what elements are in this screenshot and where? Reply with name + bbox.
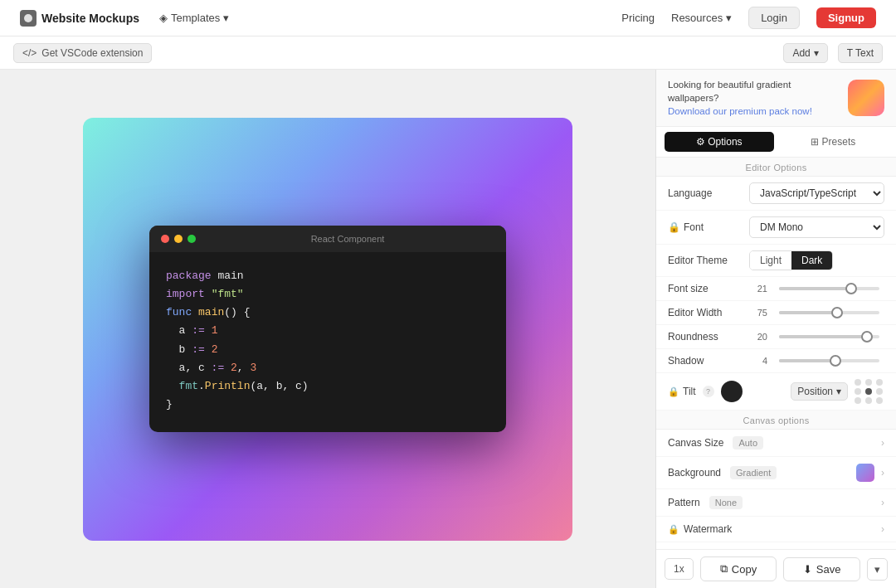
font-select[interactable]: DM Mono <box>749 216 884 238</box>
add-chevron-icon: ▾ <box>814 47 819 59</box>
background-badge: Gradient <box>730 466 777 479</box>
signup-button[interactable]: Signup <box>816 7 876 28</box>
pattern-badge: None <box>709 496 743 509</box>
code-body: package main import "fmt" func main() { … <box>149 252 506 432</box>
language-value: JavaScript/TypeScript <box>749 182 884 204</box>
right-panel: Looking for beautiful gradient wallpaper… <box>655 70 896 588</box>
window-maximize-dot <box>187 235 196 243</box>
position-chevron-icon: ▾ <box>836 386 841 397</box>
editor-theme-label: Editor Theme <box>668 255 743 266</box>
editor-width-label: Editor Width <box>668 307 743 318</box>
templates-chevron-icon: ▾ <box>223 12 229 24</box>
font-size-label: Font size <box>668 283 743 294</box>
shadow-label: Shadow <box>668 355 743 367</box>
position-grid <box>855 379 884 404</box>
language-option-row: Language JavaScript/TypeScript <box>656 177 896 211</box>
roundness-label: Roundness <box>668 331 743 343</box>
editor-theme-value: Light Dark <box>749 250 884 270</box>
code-icon: </> <box>22 47 37 59</box>
watermark-row[interactable]: 🔒 Watermark › <box>656 517 896 542</box>
nav-pricing[interactable]: Pricing <box>621 12 655 24</box>
save-button[interactable]: ⬇ Save <box>783 557 860 581</box>
text-button[interactable]: T Text <box>838 43 883 63</box>
nav-templates-label: Templates <box>171 12 220 24</box>
pos-dot-br <box>876 397 883 404</box>
theme-toggle: Light Dark <box>749 250 833 270</box>
bottom-bar: 1x ⧉ Copy ⬇ Save ▾ <box>656 549 896 588</box>
tab-presets[interactable]: ⊞ Presets <box>779 132 889 152</box>
vscode-label: Get VSCode extension <box>41 47 143 59</box>
login-button[interactable]: Login <box>748 7 800 29</box>
vscode-extension-button[interactable]: </> Get VSCode extension <box>13 43 152 63</box>
background-label: Background Gradient <box>668 466 856 479</box>
ad-icon <box>848 80 884 116</box>
canvas-size-badge: Auto <box>733 436 763 450</box>
background-preview <box>856 464 874 482</box>
position-label: Position <box>797 386 833 397</box>
ad-link[interactable]: Download our premium pack now! <box>668 106 812 116</box>
font-option-row: 🔒 Font DM Mono <box>656 211 896 245</box>
options-icon: ⚙ <box>696 136 705 148</box>
toolbar: </> Get VSCode extension Add ▾ T Text <box>0 36 896 70</box>
font-value: DM Mono <box>749 216 884 238</box>
panel-tabs: ⚙ Options ⊞ Presets <box>656 127 896 158</box>
window-title: React Component <box>201 234 494 244</box>
canvas-size-chevron-icon: › <box>881 437 884 449</box>
ad-banner: Looking for beautiful gradient wallpaper… <box>656 70 896 127</box>
font-size-slider[interactable] <box>779 287 879 290</box>
shadow-slider[interactable] <box>779 359 879 362</box>
nav-templates[interactable]: ◈ Templates ▾ <box>159 12 229 24</box>
pos-dot-ml <box>855 388 861 395</box>
language-select[interactable]: JavaScript/TypeScript <box>749 182 884 204</box>
theme-dark-button[interactable]: Dark <box>791 251 832 270</box>
code-line-5: b := 2 <box>166 341 489 359</box>
lock-icon: 🔒 <box>668 386 679 397</box>
add-label: Add <box>792 47 810 59</box>
code-window: React Component package main import "fmt… <box>149 226 506 432</box>
text-label: T Text <box>847 47 874 59</box>
scale-button[interactable]: 1x <box>665 558 694 580</box>
resources-chevron-icon: ▾ <box>726 12 732 24</box>
navbar: Website Mockups ◈ Templates ▾ Pricing Re… <box>0 0 896 36</box>
pos-dot-tc <box>865 379 872 386</box>
font-size-row: Font size 21 <box>656 277 896 301</box>
ad-text: Looking for beautiful gradient wallpaper… <box>668 78 840 118</box>
tilt-circle <box>721 381 743 402</box>
code-line-3: func main() { <box>166 304 489 322</box>
roundness-value: 20 <box>749 332 767 342</box>
nav-logo-text: Website Mockups <box>41 12 139 25</box>
save-icon: ⬇ <box>803 563 812 576</box>
language-label: Language <box>668 187 743 199</box>
editor-theme-row: Editor Theme Light Dark <box>656 245 896 277</box>
tilt-help-icon[interactable]: ? <box>703 386 714 397</box>
editor-width-slider[interactable] <box>779 311 879 314</box>
font-icon: 🔒 <box>668 221 680 233</box>
editor-width-row: Editor Width 75 <box>656 301 896 325</box>
add-button[interactable]: Add ▾ <box>783 43 827 63</box>
pos-dot-mc <box>865 388 872 395</box>
more-button[interactable]: ▾ <box>867 558 888 581</box>
copy-label: Copy <box>732 563 757 576</box>
position-button[interactable]: Position ▾ <box>791 382 848 401</box>
pos-dot-bc <box>865 397 872 404</box>
pattern-row[interactable]: Pattern None › <box>656 489 896 517</box>
pos-dot-tr <box>876 379 883 386</box>
tab-options[interactable]: ⚙ Options <box>665 132 774 152</box>
font-label: 🔒 Font <box>668 221 743 233</box>
pattern-label: Pattern None <box>668 496 881 509</box>
code-line-1: package main <box>166 267 489 285</box>
roundness-slider[interactable] <box>779 335 879 338</box>
nav-resources[interactable]: Resources ▾ <box>671 12 732 24</box>
nav-logo[interactable]: Website Mockups <box>20 10 139 27</box>
canvas-size-row[interactable]: Canvas Size Auto › <box>656 430 896 457</box>
tilt-label: 🔒 Tilt <box>668 386 696 397</box>
theme-light-button[interactable]: Light <box>750 251 791 270</box>
window-close-dot <box>161 235 169 243</box>
editor-width-value: 75 <box>749 308 767 318</box>
presets-icon: ⊞ <box>811 136 819 148</box>
copy-button[interactable]: ⧉ Copy <box>700 556 777 581</box>
background-row[interactable]: Background Gradient › <box>656 457 896 489</box>
window-minimize-dot <box>174 235 183 243</box>
nav-right: Pricing Resources ▾ Login Signup <box>621 7 876 29</box>
watermark-chevron-icon: › <box>881 523 884 535</box>
